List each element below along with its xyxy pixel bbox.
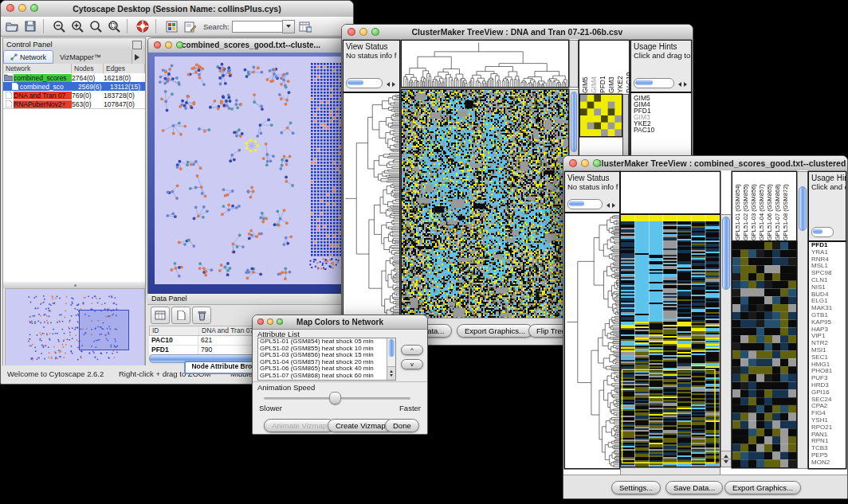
search-input[interactable]	[232, 21, 282, 33]
main-window-titlebar[interactable]: Cytoscape Desktop (Session Name: collins…	[1, 1, 353, 18]
attribute-list-item[interactable]: GPL51-07 (GSM868) heat shock 60 min	[258, 373, 387, 380]
horizontal-scrollbar[interactable]	[346, 78, 383, 88]
horizontal-scrollbar[interactable]	[634, 78, 674, 88]
network-row-combined-scores[interactable]: combined_scores 2764(0) 16218(0)	[3, 73, 145, 82]
heatmap-canvas[interactable]	[621, 215, 720, 467]
column-label[interactable]: GPL51-02 (GSM855)	[742, 174, 749, 240]
scrollbar-arrows[interactable]	[604, 203, 618, 208]
column-edges[interactable]: Edges	[104, 64, 145, 73]
minimize-button[interactable]	[267, 318, 273, 325]
tab-network[interactable]: Network	[3, 50, 53, 64]
treeview-dna-titlebar[interactable]: ClusterMaker TreeView : DNA and Tran 07-…	[342, 25, 693, 40]
maximize-button[interactable]	[30, 4, 38, 12]
vizmap-button[interactable]	[163, 18, 179, 34]
close-button[interactable]	[154, 41, 161, 49]
network-row-combined-sco-selected[interactable]: combined_sco 2569(6) 13112(15)	[3, 82, 145, 91]
select-attributes-button[interactable]	[151, 307, 170, 324]
move-up-button[interactable]: ^	[401, 345, 423, 355]
annotation-button[interactable]	[182, 18, 198, 34]
tab-overflow-button[interactable]	[132, 50, 145, 64]
close-button[interactable]	[6, 4, 14, 12]
zoom-in-button[interactable]	[69, 18, 85, 34]
column-network[interactable]: Network	[3, 64, 72, 73]
column-label[interactable]: GPL51-03 (GSM856)	[750, 174, 757, 240]
column-dendrogram[interactable]	[402, 41, 568, 87]
scrollbar-arrows[interactable]	[676, 82, 689, 87]
gene-list-scrollbar[interactable]	[798, 172, 807, 468]
save-button[interactable]	[22, 18, 38, 34]
import-table-button[interactable]	[297, 18, 313, 34]
gene-label[interactable]: MON2	[811, 459, 846, 467]
open-file-button[interactable]	[4, 18, 20, 34]
gene-dendrogram[interactable]	[565, 213, 619, 468]
scrollbar-thumb[interactable]	[799, 186, 807, 231]
speed-slider-thumb[interactable]	[329, 392, 341, 404]
gene-dendrogram[interactable]	[344, 93, 399, 318]
column-label[interactable]: GPL51-01 (GSM854)	[734, 174, 741, 240]
close-button[interactable]	[257, 318, 264, 325]
close-button[interactable]	[347, 28, 355, 36]
network-row-dna-and-tran[interactable]: DNA and Tran 07 769(0) 183728(0)	[3, 91, 145, 100]
network-graph-canvas[interactable]	[155, 57, 347, 284]
animate-vizmap-button[interactable]: Animate Vizmap	[264, 419, 335, 432]
panel-divider-handle[interactable]	[3, 282, 145, 288]
export-graphics-button[interactable]: Export Graphics...	[457, 324, 533, 338]
network-overview-navigator[interactable]	[5, 288, 145, 366]
move-down-button[interactable]: v	[401, 359, 423, 369]
column-nodes[interactable]: Nodes	[72, 64, 104, 73]
scrollbar-thumb[interactable]	[722, 217, 730, 290]
zoom-out-button[interactable]	[51, 18, 67, 34]
scroll-up-button[interactable]	[721, 451, 731, 459]
list-vertical-scrollbar[interactable]	[387, 338, 395, 380]
tab-vizmapper[interactable]: VizMapper™	[53, 50, 108, 64]
column-label[interactable]: GPL51-08 (GSM872)	[782, 174, 789, 240]
horizontal-scrollbar[interactable]	[811, 227, 834, 237]
settings-button[interactable]: Settings...	[611, 481, 661, 494]
help-lifesaver-icon[interactable]	[135, 18, 151, 34]
new-attribute-button[interactable]	[171, 307, 190, 324]
correlation-mini-heatmap[interactable]	[580, 95, 622, 136]
column-label[interactable]: YKE2	[616, 42, 624, 93]
scrollbar-arrows[interactable]	[387, 366, 395, 380]
network-row-rnapubernov2[interactable]: RNAPuberNov2+ 563(0) 107847(0)	[3, 100, 145, 108]
dialog-titlebar[interactable]: Map Colors to Network	[253, 315, 427, 330]
heatmap-vertical-scrollbar[interactable]	[721, 215, 731, 467]
column-label[interactable]: GIM4	[590, 42, 598, 93]
export-graphics-button[interactable]: Export Graphics...	[724, 481, 801, 494]
zoomed-selection-heatmap[interactable]	[732, 242, 796, 467]
column-label[interactable]: GIM5	[581, 42, 589, 93]
column-label[interactable]: PFD1	[599, 42, 607, 93]
row-label[interactable]: PAC10	[634, 127, 691, 133]
minimize-button[interactable]	[581, 159, 589, 167]
column-label[interactable]: GIM3	[607, 42, 615, 93]
minimize-button[interactable]	[165, 41, 172, 49]
heatmap-horizontal-scrollbar[interactable]	[621, 468, 720, 475]
close-button[interactable]	[569, 159, 577, 167]
maximize-button[interactable]	[277, 318, 283, 325]
zoom-fit-button[interactable]	[88, 18, 104, 34]
horizontal-scrollbar[interactable]	[567, 199, 603, 209]
scroll-down-button[interactable]	[721, 459, 731, 467]
done-button[interactable]: Done	[385, 419, 419, 432]
column-label[interactable]: GPL51-07 (GSM868)	[774, 174, 781, 240]
scrollbar-thumb[interactable]	[571, 92, 577, 152]
float-panel-icon[interactable]	[132, 41, 142, 49]
save-data-button[interactable]: Save Data...	[665, 481, 723, 494]
minimize-button[interactable]	[18, 4, 26, 12]
column-label[interactable]: GPL51-04 (GSM857)	[758, 174, 765, 240]
zoom-selected-button[interactable]	[106, 18, 122, 34]
minimize-button[interactable]	[359, 28, 367, 36]
search-dropdown-button[interactable]	[282, 20, 295, 33]
column-id[interactable]: ID	[150, 326, 199, 335]
column-label[interactable]: GPL51-06 (GSM865)	[766, 174, 773, 240]
heatmap-canvas[interactable]	[402, 90, 568, 318]
scrollbar-thumb[interactable]	[388, 339, 395, 357]
treeview-combined-titlebar[interactable]: ClusterMaker TreeView : combined_scores_…	[563, 156, 847, 171]
maximize-button[interactable]	[593, 159, 601, 167]
maximize-button[interactable]	[176, 41, 183, 49]
maximize-button[interactable]	[371, 28, 379, 36]
scrollbar-arrows[interactable]	[384, 82, 398, 87]
network-window-titlebar[interactable]: combined_scores_good.txt--cluste...	[148, 38, 354, 53]
delete-attribute-button[interactable]	[192, 307, 211, 324]
create-vizmap-button[interactable]: Create Vizmap	[328, 419, 394, 432]
